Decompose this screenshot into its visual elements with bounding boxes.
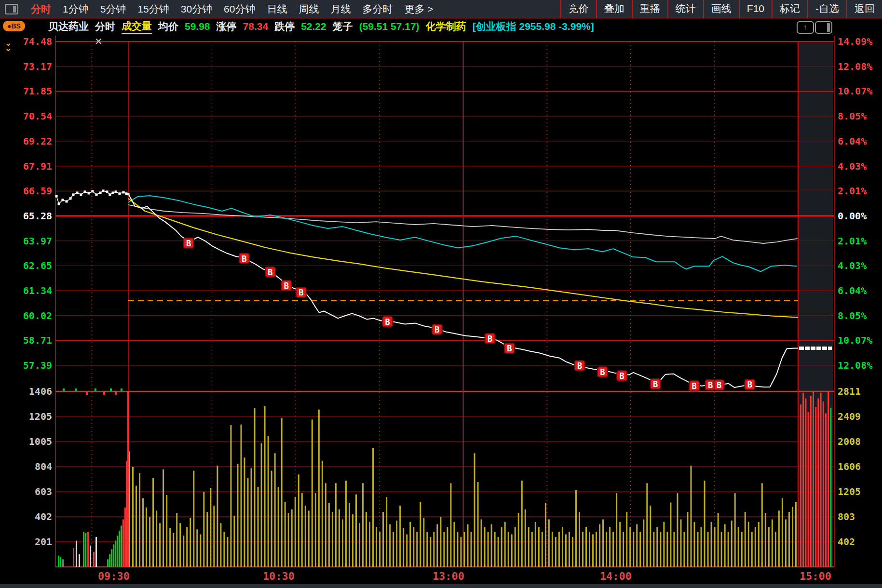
svg-text:1205: 1205 [838,486,861,497]
svg-text:B: B [488,334,492,344]
svg-text:B: B [268,267,272,277]
svg-text:2008: 2008 [838,436,861,447]
svg-text:1205: 1205 [29,411,52,422]
svg-text:58.71: 58.71 [23,334,52,346]
price-lines [55,189,799,388]
svg-text:603: 603 [35,486,52,497]
svg-text:B: B [692,381,697,391]
svg-text:B: B [434,325,439,334]
svg-text:B: B [385,317,390,327]
svg-text:2.01%: 2.01% [838,185,867,197]
svg-text:6.04%: 6.04% [838,135,867,147]
svg-text:67.91: 67.91 [23,160,52,172]
svg-text:70.54: 70.54 [23,110,52,122]
svg-text:B: B [284,281,289,291]
svg-text:B: B [653,379,658,389]
expand-chevrons-icon[interactable]: ⌄⌄ [5,40,12,51]
svg-text:1406: 1406 [29,386,52,397]
svg-text:66.59: 66.59 [23,185,52,197]
svg-text:8.05%: 8.05% [838,310,867,321]
svg-text:4.03%: 4.03% [838,260,867,271]
svg-text:B: B [299,288,303,297]
svg-text:10.07%: 10.07% [838,334,872,346]
svg-text:12.08%: 12.08% [838,360,872,371]
svg-text:74.48: 74.48 [23,36,52,47]
volume-bars [58,388,831,567]
svg-text:13:00: 13:00 [433,570,464,582]
svg-text:63.97: 63.97 [23,235,52,247]
svg-text:2.01%: 2.01% [838,235,867,247]
buy-markers[interactable]: BBBBBBBBBBBBBBBBB [184,238,755,391]
svg-text:1005: 1005 [29,436,52,447]
overlay-close-icon[interactable]: ✕ [95,37,103,46]
svg-text:B: B [186,239,191,248]
svg-text:B: B [600,367,605,377]
axis-labels: 74.4873.1771.8570.5469.2267.9166.5965.28… [23,36,872,588]
time-scrollbar[interactable] [0,584,882,588]
grid-lines [55,36,834,567]
svg-text:201: 201 [35,536,52,548]
svg-text:65.28: 65.28 [23,210,52,222]
svg-text:73.17: 73.17 [23,61,52,72]
svg-text:57.39: 57.39 [23,360,52,371]
svg-text:B: B [577,361,582,371]
svg-text:B: B [717,380,721,390]
svg-text:804: 804 [35,461,52,472]
svg-text:B: B [747,380,752,389]
svg-text:402: 402 [838,536,855,548]
svg-text:0.00%: 0.00% [838,210,867,222]
svg-text:402: 402 [35,511,52,522]
svg-text:12.08%: 12.08% [838,61,872,72]
svg-text:B: B [507,344,512,353]
svg-text:B: B [242,254,246,264]
svg-text:10.07%: 10.07% [838,85,872,97]
svg-text:4.03%: 4.03% [838,160,867,172]
svg-text:803: 803 [838,511,855,522]
svg-text:14:00: 14:00 [600,570,632,582]
svg-text:8.05%: 8.05% [838,110,867,122]
svg-text:14.09%: 14.09% [838,36,872,47]
svg-text:69.22: 69.22 [23,135,52,147]
svg-text:1606: 1606 [838,461,861,472]
intraday-chart[interactable]: BBBBBBBBBBBBBBBBB74.4873.1771.8570.5469.… [0,0,882,588]
svg-text:71.85: 71.85 [23,85,52,97]
svg-text:10:30: 10:30 [263,570,295,582]
svg-text:2811: 2811 [838,386,861,397]
svg-text:6.04%: 6.04% [838,285,867,296]
svg-text:60.02: 60.02 [23,310,52,321]
svg-text:15:00: 15:00 [800,570,831,582]
trading-app-window: 分时1分钟5分钟15分钟30分钟60分钟日线周线月线多分时更多 > 竞价叠加重播… [0,0,882,588]
svg-text:09:30: 09:30 [98,570,130,582]
svg-text:B: B [620,371,624,381]
svg-text:62.65: 62.65 [23,260,52,271]
svg-text:2409: 2409 [838,411,861,422]
svg-text:B: B [708,380,713,390]
svg-text:61.34: 61.34 [23,285,52,296]
